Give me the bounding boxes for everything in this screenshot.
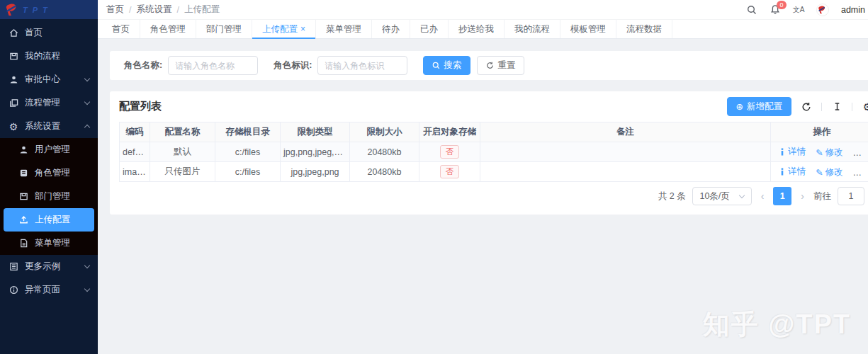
page-number-1[interactable]: 1 xyxy=(773,187,791,205)
bell-icon[interactable]: 0 xyxy=(770,4,781,16)
sidebar-item-upload-config[interactable]: 上传配置 xyxy=(4,208,94,232)
info-circle-icon xyxy=(9,285,18,295)
cell-types: jpg,png,jpeg,gif,tx... xyxy=(281,142,350,162)
sidebar-item-dept-mgmt[interactable]: 部门管理 xyxy=(0,185,98,208)
tab-upload-config[interactable]: 上传配置 × xyxy=(252,20,316,38)
sidebar-item-approval-center[interactable]: 审批中心 xyxy=(0,68,98,91)
tab-todo[interactable]: 待办 xyxy=(372,20,410,38)
cell-remark xyxy=(480,142,771,162)
column-settings-gear-icon[interactable]: ⚙ xyxy=(862,101,868,113)
sidebar-item-role-mgmt[interactable]: 角色管理 xyxy=(0,161,98,185)
tab-home[interactable]: 首页 xyxy=(102,20,140,38)
next-page-button[interactable]: › xyxy=(798,190,807,202)
col-remark: 备注 xyxy=(480,122,771,142)
toolbar-divider xyxy=(852,103,852,111)
list-title: 配置列表 xyxy=(119,100,162,113)
reset-button[interactable]: 重置 xyxy=(477,56,524,75)
breadcrumb-system-settings[interactable]: 系统设置 xyxy=(136,4,171,16)
edit-label: 修改 xyxy=(825,166,842,178)
search-button[interactable]: 搜索 xyxy=(423,56,470,75)
tab-done[interactable]: 已办 xyxy=(410,20,449,38)
content-area: 角色名称: 角色标识: 搜索 重置 配置列表 xyxy=(98,40,868,354)
upload-icon xyxy=(18,215,28,225)
avatar[interactable] xyxy=(816,4,829,16)
sidebar-item-my-flows[interactable]: 我的流程 xyxy=(0,45,98,68)
search-icon[interactable] xyxy=(746,4,757,16)
chevron-down-icon xyxy=(84,76,90,81)
edit-link[interactable]: ✎ 修改 xyxy=(816,147,842,159)
cell-name: 默认 xyxy=(150,142,215,162)
tab-label: 首页 xyxy=(112,23,130,35)
home-icon xyxy=(9,28,18,38)
list-toolbar: ⊕ 新增配置 ⚙ xyxy=(727,97,868,116)
breadcrumb-separator: / xyxy=(129,5,131,15)
sidebar-item-label: 用户管理 xyxy=(35,144,70,156)
add-config-button[interactable]: ⊕ 新增配置 xyxy=(727,97,791,116)
col-size: 限制大小 xyxy=(350,122,419,142)
close-icon[interactable]: × xyxy=(300,24,305,34)
table-header-row: 编码 配置名称 存储根目录 限制类型 限制大小 开启对象存储 备注 操作 xyxy=(120,122,868,142)
notification-badge: 0 xyxy=(777,1,787,9)
tab-flow-data[interactable]: 流程数据 xyxy=(616,20,672,38)
list-icon xyxy=(9,262,18,272)
chevron-up-icon xyxy=(84,125,90,130)
sidebar-item-process-mgmt[interactable]: 流程管理 xyxy=(0,91,98,115)
gear-icon: ⚙ xyxy=(9,122,18,132)
copy-icon xyxy=(9,98,18,108)
translate-icon[interactable]: 文A xyxy=(793,4,804,16)
col-actions: 操作 xyxy=(771,122,868,142)
tab-my-flows[interactable]: 我的流程 xyxy=(505,20,560,38)
tab-template-mgmt[interactable]: 模板管理 xyxy=(560,20,616,38)
sidebar-item-menu-mgmt[interactable]: 菜单管理 xyxy=(0,232,98,255)
edit-link[interactable]: ✎ 修改 xyxy=(816,166,842,178)
edit-icon: ✎ xyxy=(816,147,823,158)
brand-logo[interactable]: TPT xyxy=(0,0,98,19)
tab-label: 抄送给我 xyxy=(458,23,494,35)
sidebar-item-label: 上传配置 xyxy=(35,214,70,226)
role-name-input[interactable] xyxy=(168,56,258,75)
tab-role-mgmt[interactable]: 角色管理 xyxy=(140,20,196,38)
sidebar-item-user-mgmt[interactable]: 用户管理 xyxy=(0,138,98,161)
tab-cc-me[interactable]: 抄送给我 xyxy=(449,20,505,38)
cell-actions: 详情 ✎ 修改 删除 xyxy=(771,162,868,182)
tab-label: 流程数据 xyxy=(626,23,662,35)
delete-label: 删除 xyxy=(862,166,868,178)
refresh-icon[interactable] xyxy=(801,101,812,113)
reset-button-label: 重置 xyxy=(497,59,515,72)
sidebar-item-more-examples[interactable]: 更多示例 xyxy=(0,255,98,278)
breadcrumb-home[interactable]: 首页 xyxy=(106,4,124,16)
chevron-down-icon xyxy=(84,99,90,105)
tab-label: 菜单管理 xyxy=(326,23,361,35)
tab-menu-mgmt[interactable]: 菜单管理 xyxy=(316,20,372,38)
sidebar-item-system-settings[interactable]: ⚙ 系统设置 xyxy=(0,115,98,138)
cell-remark xyxy=(480,162,771,182)
watermark: 知乎 @TPT xyxy=(703,307,851,343)
sidebar-menu: 首页 我的流程 审批中心 流程管理 xyxy=(0,19,98,302)
search-form-card: 角色名称: 角色标识: 搜索 重置 xyxy=(110,51,868,80)
main-area: 首页 / 系统设置 / 上传配置 0 文A admin xyxy=(98,0,868,354)
page-size-select[interactable]: 10条/页 xyxy=(692,187,752,205)
goto-page-input[interactable] xyxy=(838,187,864,205)
detail-link[interactable]: 详情 xyxy=(779,146,806,158)
tab-dept-mgmt[interactable]: 部门管理 xyxy=(196,20,252,38)
info-icon xyxy=(779,168,786,176)
page-icon xyxy=(18,239,28,249)
toolbar-divider xyxy=(821,103,822,111)
prev-page-button[interactable]: ‹ xyxy=(758,190,767,202)
tabbar: 首页 角色管理 部门管理 上传配置 × 菜单管理 待办 已办 抄送给我 我的流程… xyxy=(98,19,868,39)
chevron-down-icon xyxy=(739,193,745,198)
sidebar-item-home[interactable]: 首页 xyxy=(0,21,98,45)
goto-label: 前往 xyxy=(813,190,831,202)
sidebar-item-error-pages[interactable]: 异常页面 xyxy=(0,278,98,302)
sidebar-item-label: 异常页面 xyxy=(25,284,60,296)
config-table: 编码 配置名称 存储根目录 限制类型 限制大小 开启对象存储 备注 操作 def xyxy=(119,122,868,182)
row-density-icon[interactable] xyxy=(831,101,842,113)
list-header: 配置列表 ⊕ 新增配置 ⚙ xyxy=(119,91,868,122)
role-key-input[interactable] xyxy=(317,56,407,75)
detail-label: 详情 xyxy=(788,146,806,158)
username-label[interactable]: admin xyxy=(841,5,865,15)
pagination: 共 2 条 10条/页 ‹ 1 › 前往 xyxy=(119,187,868,205)
sidebar-item-label: 首页 xyxy=(25,27,43,39)
detail-link[interactable]: 详情 xyxy=(779,166,806,178)
sidebar-submenu-system: 用户管理 角色管理 部门管理 xyxy=(0,138,98,255)
